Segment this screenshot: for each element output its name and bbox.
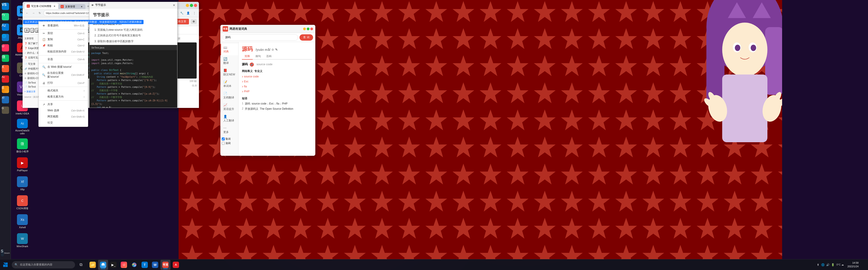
close-button[interactable] [194, 4, 197, 7]
ctx-select-all[interactable]: 全选 Ctrl+A [39, 56, 88, 62]
toggle-quci-checkbox[interactable] [222, 137, 225, 140]
reload-button[interactable]: ↻ [37, 10, 42, 16]
desktop-icon-xftp[interactable]: Xf Xftp [14, 175, 31, 193]
maximize-button[interactable] [190, 4, 193, 7]
profile-button[interactable]: 👤 [185, 10, 191, 16]
ctx-print[interactable]: 🖨 打印 Ctrl+P [39, 80, 88, 86]
tray-network-icon[interactable]: 🌐 [821, 263, 825, 267]
desktop-icon-xshell[interactable]: Xs Xshell [14, 213, 31, 231]
launcher-pycharm[interactable]: Py [1, 12, 10, 21]
task-view-button[interactable]: ⧉ [76, 260, 86, 270]
launcher-azure[interactable]: Az [1, 23, 10, 32]
launcher-steam[interactable]: S Steam [1, 248, 10, 257]
taskbar-app-typora[interactable]: T [140, 260, 150, 270]
ctx-social[interactable]: 社交 [39, 120, 88, 126]
taskbar-search[interactable]: 🔍 在这里输入你要搜索的内容 [12, 261, 75, 268]
forward-button[interactable]: → [31, 10, 36, 16]
ctx-screenshot[interactable]: 网页截图 Ctrl+Shift+S [39, 113, 88, 120]
dict-nav-danciben[interactable]: 📝 单词本 [220, 78, 238, 90]
tray-temp[interactable]: 0°C ☁ [836, 263, 845, 266]
desktop-icon-csdn[interactable]: C CSDN博客 [14, 194, 31, 212]
dict-web-ref-4[interactable]: PHP [242, 90, 312, 94]
dict-nav-yingyu[interactable]: 📈 英语提升 [220, 101, 238, 113]
tool-bold[interactable]: B [24, 28, 29, 33]
dict-nav-more[interactable]: ⋯ 更多 [220, 124, 238, 136]
tray-volume-icon[interactable]: 🔊 [826, 263, 830, 267]
tray-battery-icon[interactable]: 🔋 [831, 263, 835, 267]
dict-nav-docfanyi[interactable]: 📄 文档翻译 [220, 90, 238, 101]
extensions-button[interactable]: 🔧 [179, 10, 184, 16]
dict-web-ref-2[interactable]: Evc [242, 79, 312, 83]
dict-tab-baike[interactable]: 百科 [264, 54, 274, 59]
start-button[interactable] [0, 259, 11, 270]
launcher-edge[interactable]: 🌐 [1, 33, 10, 42]
back-button[interactable]: ← [24, 10, 30, 16]
dict-tab-simple[interactable]: 简释 [242, 54, 253, 60]
dict-nav-langwen[interactable]: 📕 朗文NEW [220, 67, 238, 78]
dict-word: 源码 /yuán mǎ/ ☆ ✎ [242, 45, 312, 53]
toggle-huaci-checkbox[interactable] [222, 142, 225, 145]
dict-close[interactable] [310, 28, 313, 30]
taskbar-app-acrobat[interactable]: A [171, 260, 181, 270]
ctx-paste-more[interactable]: 粘贴后添加内容 Ctrl+Shift+V [39, 48, 88, 55]
settings-button[interactable]: ⋮ [192, 10, 197, 16]
browser-tab-inactive[interactable]: C 文章管理 ✕ [58, 4, 86, 9]
dict-search-input[interactable] [223, 34, 298, 41]
ctx-paste[interactable]: 📌 粘贴 Ctrl+V [39, 42, 88, 48]
taskbar-app-terminal[interactable]: ▶_ [108, 260, 119, 270]
tab-close-active[interactable]: ✕ [53, 4, 56, 8]
ctx-share-label: 共享 [48, 102, 53, 106]
dict-web-ref-3[interactable]: fla [242, 85, 312, 89]
launcher-intellij[interactable]: IJ [1, 43, 10, 53]
ctx-view-source[interactable]: 👁 查看源码 Win+右击 [39, 23, 88, 29]
ctx-web-search[interactable]: 🔍 在 Web 搜索'source' [39, 64, 88, 70]
ctx-direction[interactable]: 检查元素方向 › [39, 94, 88, 100]
dict-minimize[interactable] [303, 28, 306, 30]
launcher-vscode[interactable]: VS [1, 2, 10, 11]
ctx-copy[interactable]: 📋 复制 Ctrl+C [39, 36, 88, 42]
tab-close-inactive[interactable]: ✕ [80, 5, 83, 8]
launcher-wechat[interactable]: 微 [1, 54, 10, 63]
dict-search-button[interactable]: 查 词 [300, 34, 313, 41]
taskbar-app-explorer[interactable]: 📁 [88, 260, 98, 270]
dict-sound-button[interactable]: 🔊 [250, 63, 254, 67]
preview-close-btn[interactable]: ✕ [173, 3, 176, 7]
taskbar-clock[interactable]: 14:58 2022/1/24 [846, 261, 860, 268]
browser-tab-active[interactable]: C 写文章-CSDN博客 ✕ [24, 3, 58, 9]
desktop-icon-azure[interactable]: Az AzureDataStudio [14, 118, 31, 136]
ctx-web-select[interactable]: Web 选择 Ctrl+Shift+X [39, 107, 88, 113]
ctx-share[interactable]: ↗ 共享 [39, 101, 88, 107]
launcher-blender[interactable]: B [1, 85, 10, 94]
ctx-format[interactable]: 格式相关 › [39, 88, 88, 94]
dict-maximize[interactable] [307, 28, 309, 30]
launcher-xmind[interactable]: X [1, 64, 10, 73]
launcher-acrobat[interactable]: Ac [1, 74, 10, 83]
taskbar-app-chrome[interactable] [129, 260, 139, 270]
dict-nav-cidian[interactable]: 📖 词典 [220, 44, 238, 55]
tray-upload-icon[interactable]: ⬆ [816, 263, 820, 267]
dict-web-ref-1[interactable]: source code [242, 74, 312, 78]
taskbar-app-youdao[interactable]: 有道 [160, 260, 170, 270]
launcher-xftp[interactable]: Xf [1, 95, 10, 104]
show-desktop-button[interactable] [861, 260, 866, 270]
desktop-icon-wechat[interactable]: 微 微信小程序 [14, 137, 31, 155]
minimize-button[interactable] [186, 4, 189, 7]
dict-nav-fanyi[interactable]: 🔄 翻译 [220, 55, 238, 67]
taskbar: 🔍 在这里输入你要搜索的内容 ⧉ 📁 ▶_ IJ [0, 259, 868, 270]
ctx-share-icon: ↗ [42, 103, 46, 106]
desktop-icon-potplayer[interactable]: ▶ PotPlayer [14, 156, 31, 174]
taskbar-app-edge[interactable] [98, 260, 108, 270]
ctx-web-search-label: 在 Web 搜索'source' [48, 65, 72, 69]
dict-nav-rengong[interactable]: 👤 人工翻译 [220, 113, 238, 124]
dict-tab-example[interactable]: 例句 [253, 54, 264, 59]
desktop-icon-wireshark[interactable]: W WireShark [14, 232, 31, 250]
tool-italic[interactable]: I [30, 28, 34, 33]
code-content[interactable]: package Test; import java.util.regex.Mat… [90, 50, 177, 108]
launcher-gimp[interactable]: G [1, 106, 10, 115]
taskbar-app-word[interactable]: W [150, 260, 160, 270]
ctx-find-here[interactable]: 🔍 在当前位置搜索'source' Ctrl+Shift+F [39, 70, 88, 80]
settings-gear[interactable]: ⚙ [191, 19, 197, 24]
taskbar-app-intellij[interactable]: IJ [119, 260, 129, 270]
ctx-cut[interactable]: ✂ 剪切 Ctrl+X [39, 30, 88, 36]
preview-item-3: 获取到-数据分析中匹配的数字 [97, 39, 174, 43]
